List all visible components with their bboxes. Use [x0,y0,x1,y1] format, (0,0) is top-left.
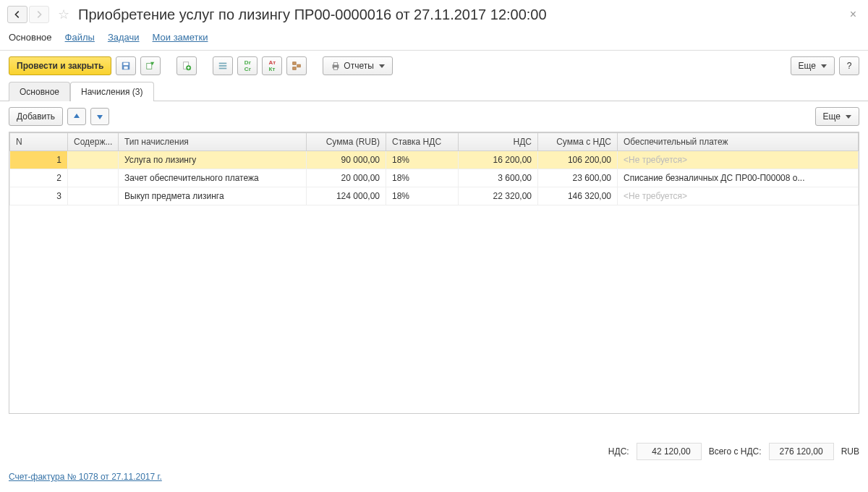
svg-rect-3 [147,64,152,69]
col-vat[interactable]: НДС [459,133,538,151]
help-button[interactable]: ? [839,56,859,75]
section-nav: Основное Файлы Задачи Мои заметки [0,29,868,51]
vat-label: НДС: [608,446,629,457]
chevron-down-icon [821,64,827,68]
svg-rect-1 [124,63,129,66]
col-n[interactable]: N [10,133,68,151]
table-row[interactable]: 2Зачет обеспечительного платежа20 000,00… [10,169,859,187]
col-vat-rate[interactable]: Ставка НДС [386,133,459,151]
col-total[interactable]: Сумма с НДС [538,133,618,151]
linked-docs-button[interactable] [286,56,307,75]
invoice-link[interactable]: Счет-фактура № 1078 от 27.11.2017 г. [9,472,162,482]
cell-amount: 124 000,00 [307,187,386,205]
atkt-icon: АтКт [269,59,276,72]
more-button[interactable]: Еще [791,56,835,75]
cell-vat: 22 320,00 [459,187,538,205]
nav-notes[interactable]: Мои заметки [153,32,208,43]
table-row[interactable]: 1Услуга по лизингу90 000,0018%16 200,001… [10,151,859,169]
cell-type: Выкуп предмета лизинга [119,187,307,205]
nav-tasks[interactable]: Задачи [108,32,140,43]
arrow-down-icon [95,112,104,121]
move-up-button[interactable] [67,108,86,125]
atct-button[interactable]: АтКт [262,56,282,75]
arrow-right-icon [34,9,44,20]
cell-amount: 90 000,00 [307,151,386,169]
chevron-down-icon [379,64,385,68]
post-icon [145,61,156,71]
cell-total: 106 200,00 [538,151,618,169]
vat-total: 42 120,00 [637,443,702,460]
col-amount[interactable]: Сумма (RUB) [307,133,386,151]
cell-vat-rate: 18% [386,187,459,205]
nav-files[interactable]: Файлы [65,32,95,43]
print-icon [331,61,341,71]
dtct-button[interactable]: DrCr [237,56,258,75]
cell-content [68,151,119,169]
cell-content [68,169,119,187]
subtab-accruals[interactable]: Начисления (3) [70,82,154,101]
table-more-button[interactable]: Еще [815,107,859,126]
cell-amount: 20 000,00 [307,169,386,187]
nav-back-button[interactable] [7,6,27,23]
structure-button[interactable] [213,56,233,75]
cell-n: 1 [10,151,68,169]
currency-label: RUB [841,446,859,457]
svg-rect-13 [334,63,338,66]
reports-button[interactable]: Отчеты [323,56,392,75]
grand-total-label: Всего с НДС: [709,446,762,457]
cell-deposit: <Не требуется> [618,187,859,205]
cell-vat: 3 600,00 [459,169,538,187]
drcr-icon: DrCr [244,59,251,72]
svg-rect-14 [334,67,338,70]
cell-total: 146 320,00 [538,187,618,205]
svg-rect-9 [293,62,296,65]
cell-type: Зачет обеспечительного платежа [119,169,307,187]
subtab-main[interactable]: Основное [9,82,70,101]
page-title: Приобретение услуг по лизингу ПР00-00000… [78,7,840,23]
cell-n: 2 [10,169,68,187]
move-down-button[interactable] [90,108,109,125]
nav-forward-button[interactable] [29,6,49,23]
add-row-button[interactable]: Добавить [9,107,63,126]
chevron-down-icon [846,115,851,119]
cell-vat: 16 200,00 [459,151,538,169]
post-button[interactable] [140,56,161,75]
col-content[interactable]: Содерж... [68,133,119,151]
arrow-left-icon [12,9,22,20]
post-and-close-button[interactable]: Провести и закрыть [9,56,111,75]
create-based-on-button[interactable] [176,56,197,75]
floppy-icon [121,61,131,71]
arrow-up-icon [72,112,81,121]
col-type[interactable]: Тип начисления [119,133,307,151]
cell-type: Услуга по лизингу [119,151,307,169]
save-button[interactable] [116,56,136,75]
svg-rect-8 [219,68,227,69]
document-plus-icon [182,61,192,71]
cell-total: 23 600,00 [538,169,618,187]
svg-rect-6 [219,63,227,64]
cell-vat-rate: 18% [386,151,459,169]
cell-deposit: <Не требуется> [618,151,859,169]
accruals-table: N Содерж... Тип начисления Сумма (RUB) С… [9,132,859,205]
nav-main[interactable]: Основное [9,32,52,43]
svg-rect-2 [124,67,128,69]
favorite-star-icon[interactable]: ☆ [58,7,69,22]
cell-deposit: Списание безналичных ДС ПР00-П00008 о... [618,169,859,187]
tree-icon [292,61,302,71]
col-deposit[interactable]: Обеспечительный платеж [618,133,859,151]
svg-rect-11 [293,67,296,70]
cell-content [68,187,119,205]
cell-n: 3 [10,187,68,205]
list-icon [218,61,228,71]
svg-rect-7 [219,65,227,67]
svg-rect-10 [297,64,300,67]
close-button[interactable]: × [846,8,861,21]
totals-bar: НДС: 42 120,00 Всего с НДС: 276 120,00 R… [608,443,859,460]
grand-total: 276 120,00 [769,443,834,460]
table-row[interactable]: 3Выкуп предмета лизинга124 000,0018%22 3… [10,187,859,205]
cell-vat-rate: 18% [386,169,459,187]
